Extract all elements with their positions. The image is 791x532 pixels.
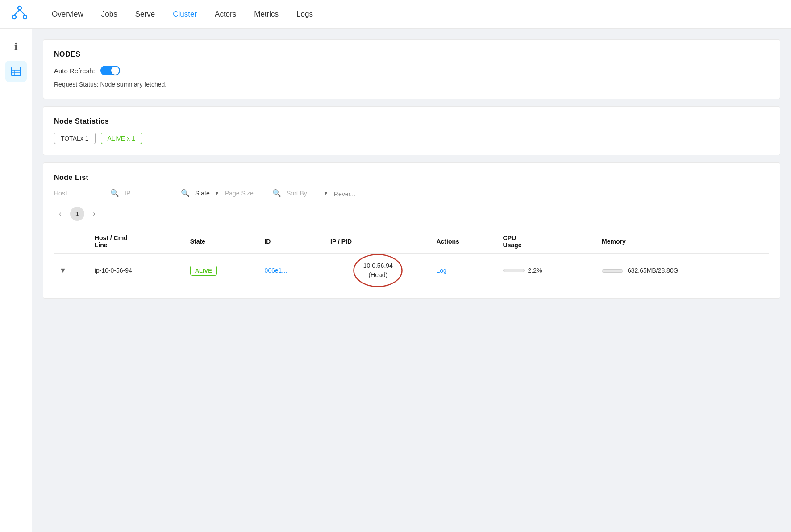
total-badge[interactable]: TOTALx 1 <box>54 133 96 144</box>
col-expand <box>54 230 89 254</box>
nodes-title: NODES <box>54 50 769 58</box>
svg-point-1 <box>12 15 16 19</box>
nav-item-overview[interactable]: Overview <box>43 0 92 29</box>
nodes-card: NODES Auto Refresh: Request Status: Node… <box>43 39 780 99</box>
svg-point-0 <box>18 6 21 10</box>
ip-text: 10.0.56.94 (Head) <box>330 261 425 280</box>
col-state: State <box>185 230 259 254</box>
ip-search-icon: 🔍 <box>181 189 190 197</box>
row-expand-cell: ▼ <box>54 254 89 287</box>
nav-item-metrics[interactable]: Metrics <box>245 0 287 29</box>
host-filter-input[interactable] <box>54 190 108 197</box>
top-nav: Overview Jobs Serve Cluster Actors Metri… <box>0 0 791 29</box>
current-page[interactable]: 1 <box>70 207 84 221</box>
main-content: NODES Auto Refresh: Request Status: Node… <box>32 29 791 532</box>
row-state-cell: ALIVE <box>185 254 259 287</box>
pagination-row: ‹ 1 › <box>54 207 769 221</box>
cpu-bar-wrap <box>503 269 525 272</box>
col-id: ID <box>259 230 325 254</box>
state-filter-select[interactable]: State <box>195 190 218 197</box>
alive-badge: ALIVE <box>190 266 217 276</box>
page-size-search-icon: 🔍 <box>272 189 281 197</box>
nav-item-jobs[interactable]: Jobs <box>92 0 126 29</box>
next-page-button[interactable]: › <box>88 208 100 220</box>
ip-sub: (Head) <box>368 271 387 278</box>
svg-line-3 <box>14 10 20 15</box>
auto-refresh-label: Auto Refresh: <box>54 67 95 75</box>
stat-badges: TOTALx 1 ALIVE x 1 <box>54 133 769 144</box>
col-host: Host / CmdLine <box>89 230 185 254</box>
page-size-filter-wrap: 🔍 <box>225 189 281 200</box>
col-ip: IP / PID <box>325 230 431 254</box>
node-table: Host / CmdLine State ID IP / PID Actions… <box>54 230 769 287</box>
auto-refresh-row: Auto Refresh: <box>54 66 769 75</box>
page-size-filter-input[interactable] <box>225 190 270 197</box>
row-id-cell: 066e1... <box>259 254 325 287</box>
row-actions-cell: Log <box>431 254 498 287</box>
filter-row: 🔍 🔍 State ▼ 🔍 Sort By ▼ <box>54 189 769 200</box>
node-list-title: Node List <box>54 174 769 182</box>
nav-items: Overview Jobs Serve Cluster Actors Metri… <box>43 0 322 29</box>
row-host-cell: ip-10-0-56-94 <box>89 254 185 287</box>
cpu-usage-wrap: 2.2% <box>503 267 591 274</box>
state-filter-wrap: State ▼ <box>195 190 220 199</box>
log-link[interactable]: Log <box>437 267 447 274</box>
nav-item-serve[interactable]: Serve <box>126 0 164 29</box>
sidebar: ℹ <box>0 29 32 532</box>
svg-point-2 <box>23 15 27 19</box>
sort-by-select[interactable]: Sort By <box>287 190 327 197</box>
table-row: ▼ ip-10-0-56-94 ALIVE 066e1... 10.0.56.9… <box>54 254 769 287</box>
node-statistics-title: Node Statistics <box>54 117 769 125</box>
row-ip-cell: 10.0.56.94 (Head) <box>325 254 431 287</box>
memory-bar-wrap <box>602 269 623 273</box>
cpu-bar <box>504 269 504 272</box>
nav-item-actors[interactable]: Actors <box>206 0 245 29</box>
svg-rect-6 <box>12 67 21 76</box>
nav-item-cluster[interactable]: Cluster <box>164 0 206 29</box>
app-logo <box>11 4 29 24</box>
ip-filter-input[interactable] <box>125 190 178 197</box>
alive-stat-badge[interactable]: ALIVE x 1 <box>101 133 142 144</box>
sort-by-wrap: Sort By ▼ <box>287 190 329 199</box>
col-cpu: CPUUsage <box>498 230 596 254</box>
sidebar-table-icon[interactable] <box>5 61 27 82</box>
col-memory: Memory <box>596 230 769 254</box>
nav-item-logs[interactable]: Logs <box>287 0 322 29</box>
row-cpu-cell: 2.2% <box>498 254 596 287</box>
node-list-card: Node List 🔍 🔍 State ▼ 🔍 <box>43 162 780 299</box>
host-search-icon: 🔍 <box>110 189 119 197</box>
sidebar-info-icon[interactable]: ℹ <box>5 36 27 57</box>
id-link[interactable]: 066e1... <box>264 267 287 274</box>
reverse-label: Rever... <box>334 191 355 198</box>
expand-button[interactable]: ▼ <box>59 266 67 274</box>
auto-refresh-toggle[interactable] <box>100 66 120 75</box>
svg-line-4 <box>20 10 25 15</box>
row-memory-cell: 632.65MB/28.80G <box>596 254 769 287</box>
cpu-pct-value: 2.2% <box>528 267 542 274</box>
request-status: Request Status: Node summary fetched. <box>54 81 769 88</box>
host-filter-wrap: 🔍 <box>54 189 119 200</box>
col-actions: Actions <box>431 230 498 254</box>
node-statistics-card: Node Statistics TOTALx 1 ALIVE x 1 <box>43 106 780 155</box>
ip-value: 10.0.56.94 <box>363 262 393 269</box>
memory-value: 632.65MB/28.80G <box>628 267 679 274</box>
ip-filter-wrap: 🔍 <box>125 189 190 200</box>
prev-page-button[interactable]: ‹ <box>54 208 67 220</box>
